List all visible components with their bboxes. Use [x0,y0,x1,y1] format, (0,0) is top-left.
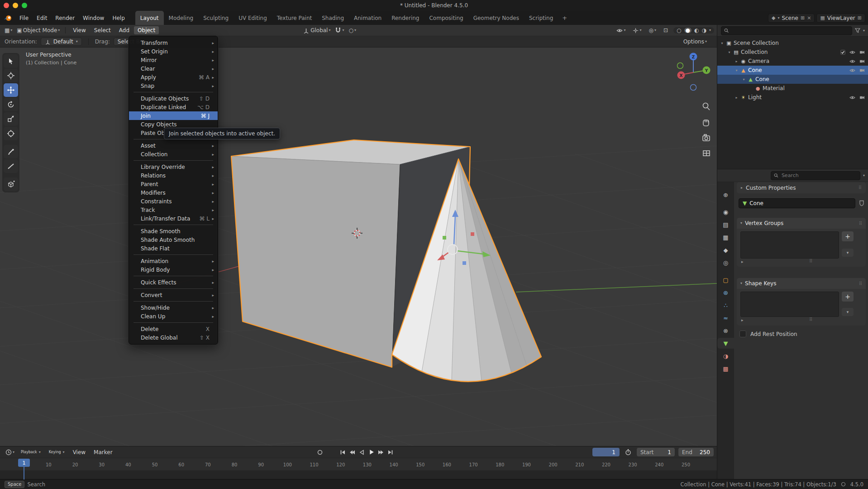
add-primitive-tool[interactable] [4,177,18,191]
add-shape-key-button[interactable]: + [842,292,854,302]
jump-to-next-keyframe-button[interactable] [378,449,384,455]
modifiers-tab[interactable]: ⊛ [717,287,734,298]
menu-item[interactable]: ▸ [134,288,213,289]
timeline-menu[interactable]: Playback ▾ [17,448,44,456]
object-tab[interactable]: ▢ [717,274,734,285]
menu-item[interactable]: Clear ▸ [129,64,218,73]
topbar-menu[interactable]: Window [79,14,108,23]
subpanel-expander-icon[interactable]: ▸ [741,318,744,322]
menu-item[interactable]: Join ⌘ J ▸ [129,111,218,120]
object-visibility-dropdown[interactable]: ▾ [615,29,627,33]
viewport-menu[interactable]: Add [115,26,133,34]
playhead-marker[interactable]: 1 [18,459,30,467]
disable-in-renders-camera-icon[interactable] [859,96,865,100]
menu-item[interactable]: ▸ [134,92,213,92]
topbar-menu[interactable]: Edit [33,14,51,23]
vertex-groups-panel-header[interactable]: ▾ Vertex Groups ⠿ [737,218,866,229]
menu-item[interactable]: Set Origin ▸ [129,47,218,56]
workspace-tab[interactable]: Scripting [524,11,558,25]
options-dropdown[interactable]: Options ▾ [682,38,709,45]
timeline-ruler[interactable]: 1020304050607080901001101201301401501601… [0,458,717,470]
subpanel-expander-icon[interactable]: ▸ [741,259,744,264]
data-name-field[interactable]: ▼ Cone [739,198,855,208]
filter-icon[interactable] [855,28,860,33]
workspace-tab[interactable]: Animation [349,11,386,25]
end-frame-field[interactable]: End 250 [678,448,714,456]
particles-tab[interactable]: ∴ [717,300,734,311]
expander-icon[interactable]: ▾ [734,68,739,72]
outliner-row[interactable]: ● Material [717,84,868,93]
physics-tab[interactable]: ≈ [717,312,734,323]
menu-item[interactable]: Shade Smooth ▸ [129,227,218,235]
workspace-tab[interactable]: Sculpting [198,11,234,25]
viewlayer-selector[interactable]: ▦ ViewLayer ⊞ [816,14,865,23]
orientation-setting-dropdown[interactable]: Default ▾ [41,38,82,46]
view-layer-tab[interactable]: ▦ [717,232,734,243]
checkbox-icon[interactable] [840,50,845,55]
move-tool[interactable] [4,83,18,97]
timeline-track-area[interactable] [0,470,717,479]
menu-item[interactable]: Track ▸ [129,206,218,214]
scene-selector[interactable]: ◆ ▾ Scene ⊞ × [768,14,815,23]
topbar-menu[interactable]: Help [108,14,129,23]
add-workspace-button[interactable]: + [558,14,571,21]
use-preview-range-stopwatch-icon[interactable] [625,449,631,455]
properties-search[interactable] [771,171,860,180]
proportional-editing-toggle[interactable]: ○ ▾ [347,28,358,33]
menu-item[interactable]: Parent ▸ [129,180,218,188]
panel-grip-icon[interactable]: ⠿ [859,221,862,226]
add-rest-position-checkbox[interactable] [739,331,746,337]
menu-item[interactable]: Transform ▸ [129,38,218,47]
menu-item[interactable]: Clean Up ▸ [129,312,218,321]
output-tab[interactable]: ▤ [717,219,734,230]
unlink-scene-icon[interactable]: × [807,15,811,20]
cursor-tool[interactable] [4,69,18,82]
menu-item[interactable]: Mirror ▸ [129,56,218,64]
disable-in-renders-camera-icon[interactable] [859,59,865,63]
outliner-row[interactable]: ▾ ▤ Collection [717,48,868,57]
snap-toggle[interactable]: ▾ [333,27,346,34]
menu-item[interactable]: Asset ▸ [129,141,218,150]
workspace-tab[interactable]: Shading [317,11,349,25]
hide-in-viewport-eye-icon[interactable] [849,68,855,72]
outliner-search-input[interactable] [731,27,849,34]
hide-in-viewport-eye-icon[interactable] [849,96,855,100]
outliner-row[interactable]: ▾ ▲ Cone [717,66,868,75]
shape-keys-panel-header[interactable]: ▾ Shape Keys ⠿ [737,278,866,289]
menu-item[interactable]: Relations ▸ [129,171,218,180]
material-tab[interactable]: ◑ [717,350,734,361]
vertex-groups-list[interactable] [740,231,839,259]
menu-item[interactable]: Animation ▸ [129,257,218,265]
material-preview-shading-button[interactable]: ◐ [694,28,699,33]
menu-item[interactable]: Duplicate Linked ⌥ D ▸ [129,103,218,111]
workspace-tab[interactable]: Geometry Nodes [468,11,524,25]
workspace-tab[interactable]: UV Editing [234,11,272,25]
viewport-menu[interactable]: View [69,26,89,34]
new-viewlayer-icon[interactable]: ⊞ [858,15,862,20]
viewport-menu[interactable]: Select [91,26,114,34]
gizmos-dropdown[interactable]: ▾ [631,28,643,34]
workspace-tab[interactable]: Compositing [424,11,468,25]
menu-item[interactable]: ▸ [134,322,213,323]
hide-in-viewport-eye-icon[interactable] [849,50,855,54]
play-button[interactable] [368,449,375,455]
workspace-tab[interactable]: Texture Paint [272,11,317,25]
menu-item[interactable]: Constraints ▸ [129,197,218,206]
constraints-tab[interactable]: ⊗ [717,325,734,336]
wireframe-shading-button[interactable]: ○ [677,28,681,33]
menu-item[interactable]: Rigid Body ▸ [129,265,218,274]
world-tab[interactable]: ◎ [717,257,734,268]
timeline-editor-type-selector[interactable]: ▾ [4,449,16,455]
shape-keys-list[interactable] [740,292,839,317]
mode-selector[interactable]: ▣ Object Mode ▾ [15,27,62,34]
viewport-canvas[interactable]: Z Y X [0,48,717,446]
menu-item[interactable]: Delete X ▸ [129,325,218,333]
menu-item[interactable]: ▸ [134,225,213,225]
topbar-menu[interactable]: Render [51,14,79,23]
shape-key-specials-button[interactable]: ▾ [842,308,854,316]
menu-item[interactable]: ▸ [134,254,213,255]
hide-in-viewport-eye-icon[interactable] [849,59,855,63]
properties-search-input[interactable] [781,172,857,179]
expander-icon[interactable]: ▾ [726,50,732,54]
panel-grip-icon[interactable]: ⠿ [859,281,862,286]
